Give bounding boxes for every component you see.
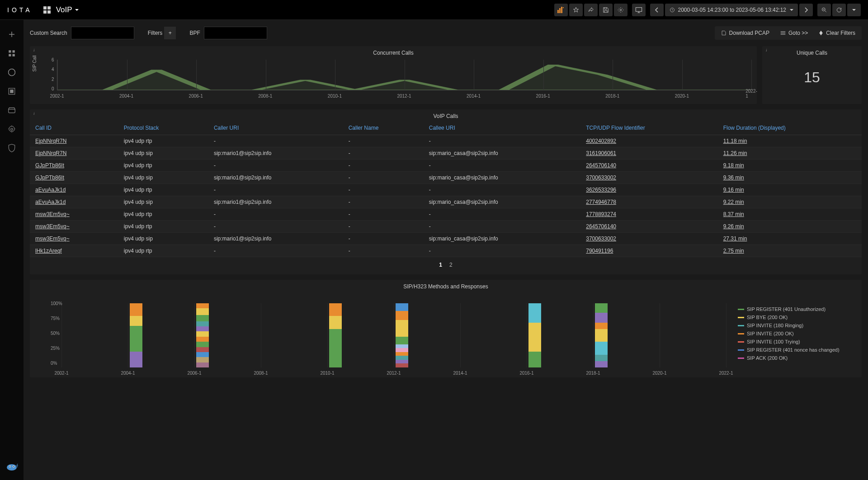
next-icon[interactable] bbox=[799, 4, 813, 16]
add-filter-button[interactable]: + bbox=[164, 27, 176, 39]
cell-link[interactable]: 4002402892 bbox=[586, 138, 616, 144]
cell-link[interactable]: 9.16 min bbox=[723, 187, 744, 193]
time-range-picker[interactable]: 2000-03-05 14:23:00 to 2023-05-06 13:42:… bbox=[665, 4, 798, 16]
cell-link[interactable]: 11.18 min bbox=[723, 138, 747, 144]
cell-link[interactable]: 9.26 min bbox=[723, 223, 744, 230]
legend-item[interactable]: SIP REGISTER (401 nonce has changed) bbox=[738, 346, 853, 354]
x-tick: 2006-1 bbox=[187, 371, 201, 376]
voip-calls-panel: i VoIP Calls Call IDProtocol StackCaller… bbox=[30, 109, 862, 274]
cell-link[interactable]: GJpPTb86It bbox=[35, 174, 64, 181]
page-link[interactable]: 1 bbox=[439, 262, 442, 268]
app-grid-icon[interactable] bbox=[43, 6, 51, 14]
download-pcap-button[interactable]: Download PCAP bbox=[716, 27, 775, 39]
info-icon[interactable]: i bbox=[33, 111, 35, 116]
refresh-icon[interactable] bbox=[832, 4, 846, 16]
stacked-bar[interactable] bbox=[329, 303, 342, 367]
cell-link[interactable]: msw3Em5vq~ bbox=[35, 223, 70, 230]
column-header[interactable]: TCP/UDP Flow Identifier bbox=[580, 121, 717, 135]
bpf-input[interactable] bbox=[204, 27, 267, 39]
share-icon[interactable] bbox=[584, 4, 598, 16]
zoom-out-icon[interactable] bbox=[817, 4, 831, 16]
cell-link[interactable]: msw3Em5vq~ bbox=[35, 211, 70, 217]
cell-link[interactable]: EjpNNrqR7N bbox=[35, 138, 66, 144]
cell-link[interactable]: 9.22 min bbox=[723, 199, 744, 205]
legend-item[interactable]: SIP ACK (200 OK) bbox=[738, 354, 853, 362]
cell-link[interactable]: 2774946778 bbox=[586, 199, 616, 205]
cell: - bbox=[208, 160, 343, 172]
stacked-bar[interactable] bbox=[196, 303, 209, 367]
cell-link[interactable]: 3626533296 bbox=[586, 187, 616, 193]
shield-icon[interactable] bbox=[6, 143, 17, 154]
sip-chart[interactable] bbox=[61, 303, 726, 367]
stacked-bar[interactable] bbox=[528, 303, 541, 367]
cell-link[interactable]: 2.75 min bbox=[723, 248, 744, 254]
info-icon[interactable]: i bbox=[33, 48, 35, 52]
cell-link[interactable]: 9.18 min bbox=[723, 162, 744, 169]
cell-link[interactable]: 3700633002 bbox=[586, 174, 616, 181]
cell: GJpPTb86It bbox=[30, 160, 118, 172]
clear-filters-button[interactable]: Clear Filters bbox=[813, 27, 861, 39]
refresh-menu-icon[interactable] bbox=[847, 4, 861, 16]
x-tick: 2002-1 bbox=[54, 371, 68, 376]
cell-link[interactable]: 3161906061 bbox=[586, 150, 616, 156]
column-header[interactable]: Caller URI bbox=[208, 121, 343, 135]
config-icon[interactable] bbox=[6, 124, 17, 135]
concurrent-chart[interactable] bbox=[57, 60, 751, 90]
star-icon[interactable] bbox=[569, 4, 583, 16]
unique-calls-panel: i Unique Calls 15 bbox=[762, 46, 862, 104]
cell-link[interactable]: 2645706140 bbox=[586, 223, 616, 230]
page-link[interactable]: 2 bbox=[449, 262, 453, 268]
column-header[interactable]: Call ID bbox=[30, 121, 118, 135]
sip-legend[interactable]: SIP REGISTER (401 Unauthorized)SIP BYE (… bbox=[734, 303, 856, 374]
cell-link[interactable]: lHk1zAreqf bbox=[35, 248, 62, 254]
bar-segment bbox=[196, 326, 209, 331]
create-icon[interactable] bbox=[6, 29, 17, 40]
x-tick: 2008-1 bbox=[258, 94, 272, 99]
cell-link[interactable]: 3700633002 bbox=[586, 235, 616, 242]
cell-link[interactable]: 2645706140 bbox=[586, 162, 616, 169]
custom-search-label: Custom Search bbox=[30, 30, 67, 36]
column-header[interactable]: Flow Duration (Displayed) bbox=[718, 121, 862, 135]
column-header[interactable]: Callee URI bbox=[424, 121, 580, 135]
stacked-bar[interactable] bbox=[396, 303, 408, 367]
dashboards-icon[interactable] bbox=[6, 48, 17, 59]
legend-item[interactable]: SIP INVITE (200 OK) bbox=[738, 329, 853, 338]
x-tick: 2006-1 bbox=[189, 94, 203, 99]
legend-item[interactable]: SIP REGISTER (401 Unauthorized) bbox=[738, 305, 853, 313]
storage-icon[interactable] bbox=[6, 105, 17, 116]
legend-item[interactable]: SIP BYE (200 OK) bbox=[738, 313, 853, 321]
cell-link[interactable]: 790491196 bbox=[586, 248, 613, 254]
cell-link[interactable]: 27.31 min bbox=[723, 235, 747, 242]
prev-icon[interactable] bbox=[650, 4, 664, 16]
x-tick: 2016-1 bbox=[519, 371, 533, 376]
legend-item[interactable]: SIP INVITE (180 Ringing) bbox=[738, 321, 853, 329]
cell-link[interactable]: 1778893274 bbox=[586, 211, 616, 217]
add-panel-icon[interactable] bbox=[554, 4, 568, 16]
column-header[interactable]: Caller Name bbox=[343, 121, 424, 135]
explore-icon[interactable] bbox=[6, 67, 17, 78]
custom-search-input[interactable] bbox=[71, 27, 134, 39]
goto-button[interactable]: Goto >> bbox=[775, 27, 813, 39]
settings-icon[interactable] bbox=[614, 4, 627, 16]
cell-link[interactable]: aEvuAaJk1d bbox=[35, 187, 66, 193]
cell-link[interactable]: aEvuAaJk1d bbox=[35, 199, 66, 205]
save-icon[interactable] bbox=[599, 4, 613, 16]
monitor-icon[interactable] bbox=[632, 4, 646, 16]
page-title-dropdown[interactable]: VoIP bbox=[56, 5, 79, 14]
cell-link[interactable]: GJpPTb86It bbox=[35, 162, 64, 169]
cell-link[interactable]: EjpNNrqR7N bbox=[35, 150, 66, 156]
column-header[interactable]: Protocol Stack bbox=[118, 121, 208, 135]
cell-link[interactable]: 8.37 min bbox=[723, 211, 744, 217]
bar-segment bbox=[196, 331, 209, 336]
cell-link[interactable]: msw3Em5vq~ bbox=[35, 235, 70, 242]
cell-link[interactable]: 11.26 min bbox=[723, 150, 747, 156]
stacked-bar[interactable] bbox=[595, 303, 608, 367]
legend-item[interactable]: SIP INVITE (100 Trying) bbox=[738, 338, 853, 346]
x-tick: 2020-1 bbox=[675, 94, 689, 99]
stacked-bar[interactable] bbox=[130, 303, 142, 367]
capture-icon[interactable] bbox=[6, 86, 17, 97]
bar-segment bbox=[196, 337, 209, 342]
cell: 1778893274 bbox=[580, 208, 717, 221]
cell-link[interactable]: 9.36 min bbox=[723, 174, 744, 181]
profiler-logo-icon[interactable] bbox=[5, 461, 18, 474]
